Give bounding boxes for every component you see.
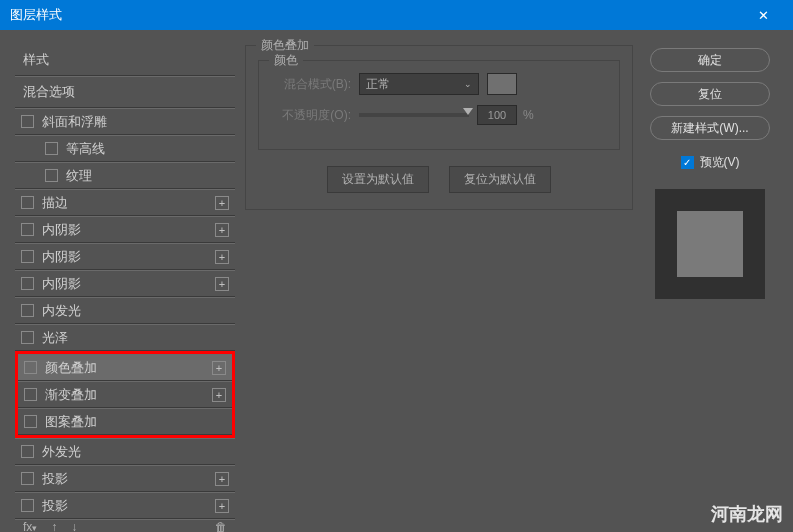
style-checkbox[interactable] — [21, 499, 34, 512]
preview-box — [655, 189, 765, 299]
color-overlay-group: 颜色叠加 颜色 混合模式(B): 正常 ⌄ 不透明度(O): 100 — [245, 45, 633, 210]
default-buttons: 设置为默认值 复位为默认值 — [258, 166, 620, 193]
color-group: 颜色 混合模式(B): 正常 ⌄ 不透明度(O): 100 % — [258, 60, 620, 150]
style-label: 描边 — [42, 194, 215, 212]
style-item[interactable]: 外发光 — [15, 438, 235, 465]
style-item[interactable]: 内发光 — [15, 297, 235, 324]
blend-mode-select[interactable]: 正常 ⌄ — [359, 73, 479, 95]
style-item[interactable]: 内阴影+ — [15, 243, 235, 270]
add-effect-icon[interactable]: + — [212, 388, 226, 402]
highlight-annotation: 颜色叠加+渐变叠加+图案叠加 — [15, 351, 235, 438]
style-label: 内发光 — [42, 302, 229, 320]
add-effect-icon[interactable]: + — [212, 361, 226, 375]
style-label: 外发光 — [42, 443, 229, 461]
style-checkbox[interactable] — [21, 277, 34, 290]
left-bottom-bar: fx▾ ↑ ↓ 🗑 — [15, 519, 235, 532]
style-label: 颜色叠加 — [45, 359, 212, 377]
style-checkbox[interactable] — [21, 196, 34, 209]
style-label: 内阴影 — [42, 248, 215, 266]
add-effect-icon[interactable]: + — [215, 499, 229, 513]
move-down-icon[interactable]: ↓ — [71, 520, 77, 532]
cancel-button[interactable]: 复位 — [650, 82, 770, 106]
add-effect-icon[interactable]: + — [215, 250, 229, 264]
style-checkbox[interactable] — [21, 304, 34, 317]
style-checkbox[interactable] — [21, 250, 34, 263]
left-panel: 样式 混合选项 斜面和浮雕等高线纹理描边+内阴影+内阴影+内阴影+内发光光泽颜色… — [0, 30, 235, 532]
style-label: 纹理 — [66, 167, 229, 185]
reset-default-button[interactable]: 复位为默认值 — [449, 166, 551, 193]
style-label: 渐变叠加 — [45, 386, 212, 404]
style-item[interactable]: 等高线 — [15, 135, 235, 162]
style-item[interactable]: 投影+ — [15, 465, 235, 492]
style-checkbox[interactable] — [21, 445, 34, 458]
add-effect-icon[interactable]: + — [215, 223, 229, 237]
style-label: 内阴影 — [42, 275, 215, 293]
blend-mode-row: 混合模式(B): 正常 ⌄ — [271, 73, 607, 95]
fx-menu[interactable]: fx▾ — [23, 520, 37, 532]
preview-swatch — [677, 211, 743, 277]
style-checkbox[interactable] — [24, 361, 37, 374]
style-list: 斜面和浮雕等高线纹理描边+内阴影+内阴影+内阴影+内发光光泽颜色叠加+渐变叠加+… — [15, 108, 235, 519]
style-checkbox[interactable] — [21, 115, 34, 128]
style-label: 光泽 — [42, 329, 229, 347]
opacity-slider[interactable] — [359, 113, 469, 117]
styles-header[interactable]: 样式 — [15, 45, 235, 76]
style-checkbox[interactable] — [24, 388, 37, 401]
style-label: 等高线 — [66, 140, 229, 158]
style-label: 内阴影 — [42, 221, 215, 239]
style-checkbox[interactable] — [21, 331, 34, 344]
style-checkbox[interactable] — [21, 472, 34, 485]
add-effect-icon[interactable]: + — [215, 277, 229, 291]
window-title: 图层样式 — [10, 6, 62, 24]
inner-group-title: 颜色 — [269, 52, 303, 69]
style-item[interactable]: 渐变叠加+ — [18, 381, 232, 408]
preview-label: 预览(V) — [700, 154, 740, 171]
opacity-input[interactable]: 100 — [477, 105, 517, 125]
close-icon: ✕ — [758, 8, 769, 23]
blend-mode-label: 混合模式(B): — [271, 76, 351, 93]
close-button[interactable]: ✕ — [743, 0, 783, 30]
chevron-down-icon: ⌄ — [464, 79, 472, 89]
style-label: 图案叠加 — [45, 413, 226, 431]
ok-button[interactable]: 确定 — [650, 48, 770, 72]
trash-icon[interactable]: 🗑 — [215, 520, 227, 532]
new-style-button[interactable]: 新建样式(W)... — [650, 116, 770, 140]
make-default-button[interactable]: 设置为默认值 — [327, 166, 429, 193]
style-item[interactable]: 描边+ — [15, 189, 235, 216]
style-item[interactable]: 内阴影+ — [15, 270, 235, 297]
preview-toggle[interactable]: ✓ 预览(V) — [681, 154, 740, 171]
add-effect-icon[interactable]: + — [215, 196, 229, 210]
style-label: 投影 — [42, 470, 215, 488]
blend-options-header[interactable]: 混合选项 — [15, 76, 235, 108]
add-effect-icon[interactable]: + — [215, 472, 229, 486]
style-item[interactable]: 光泽 — [15, 324, 235, 351]
style-item[interactable]: 投影+ — [15, 492, 235, 519]
color-swatch[interactable] — [487, 73, 517, 95]
style-checkbox[interactable] — [45, 169, 58, 182]
slider-thumb-icon — [463, 108, 473, 115]
style-checkbox[interactable] — [24, 415, 37, 428]
style-item[interactable]: 斜面和浮雕 — [15, 108, 235, 135]
center-panel: 颜色叠加 颜色 混合模式(B): 正常 ⌄ 不透明度(O): 100 — [235, 30, 643, 532]
style-label: 斜面和浮雕 — [42, 113, 229, 131]
style-label: 投影 — [42, 497, 215, 515]
opacity-label: 不透明度(O): — [271, 107, 351, 124]
style-item[interactable]: 图案叠加 — [18, 408, 232, 435]
style-checkbox[interactable] — [21, 223, 34, 236]
style-checkbox[interactable] — [45, 142, 58, 155]
titlebar: 图层样式 ✕ — [0, 0, 793, 30]
preview-checkbox-icon: ✓ — [681, 156, 694, 169]
style-item[interactable]: 纹理 — [15, 162, 235, 189]
percent-label: % — [523, 108, 534, 122]
style-item[interactable]: 颜色叠加+ — [18, 354, 232, 381]
opacity-row: 不透明度(O): 100 % — [271, 105, 607, 125]
main-content: 样式 混合选项 斜面和浮雕等高线纹理描边+内阴影+内阴影+内阴影+内发光光泽颜色… — [0, 30, 793, 532]
move-up-icon[interactable]: ↑ — [51, 520, 57, 532]
right-panel: 确定 复位 新建样式(W)... ✓ 预览(V) — [643, 30, 793, 532]
style-item[interactable]: 内阴影+ — [15, 216, 235, 243]
